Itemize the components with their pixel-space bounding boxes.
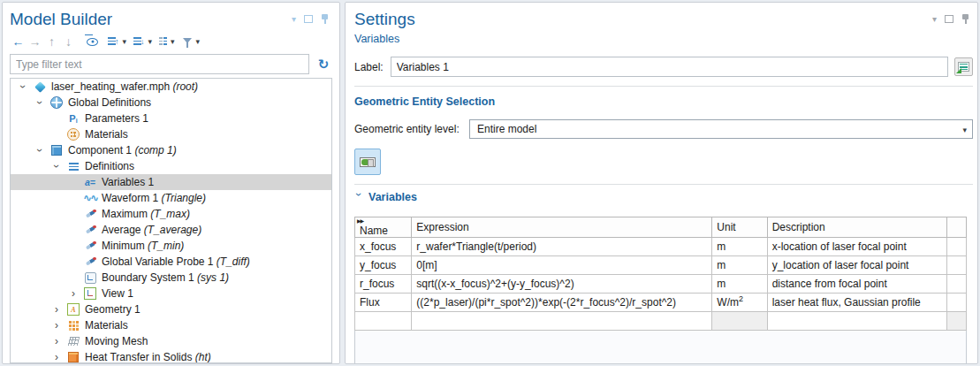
node-label-options-button[interactable]: ▾ (159, 33, 175, 50)
tree-item-definitions[interactable]: ›Definitions (11, 158, 331, 174)
tree-item-average[interactable]: Average (T_average) (11, 222, 331, 238)
cell-expression[interactable]: sqrt((x-x_focus)^2+(y-y_focus)^2) (412, 275, 712, 294)
tree-item-view-1[interactable]: ›View 1 (11, 286, 331, 301)
component-icon (49, 143, 64, 157)
cell-empty[interactable] (355, 312, 412, 331)
params-icon (66, 111, 80, 126)
cell-description[interactable]: y_location of laser focal point (767, 256, 946, 275)
tree-item-heat-transfer-in-solids[interactable]: ›Heat Transfer in Solids (ht) (11, 349, 331, 363)
variables-table: ▶▶NameExpressionUnitDescription x_focusr… (354, 217, 967, 331)
tree-item-suffix: (T_diff) (214, 255, 250, 268)
active-selection-toggle-button[interactable] (354, 149, 381, 175)
settings-title: Settings (354, 9, 415, 30)
cell-empty[interactable] (412, 312, 712, 331)
tree-item-parameters-1[interactable]: Parameters 1 (11, 111, 331, 126)
tree-item-materials[interactable]: ›Materials (11, 317, 331, 333)
collapse-all-button[interactable]: ↓ ▾ (133, 33, 152, 50)
go-back-icon[interactable]: ← (10, 33, 27, 50)
cell-expression[interactable]: 0[m] (412, 256, 712, 275)
float-panel-icon[interactable] (304, 15, 313, 23)
show-button[interactable] (84, 33, 101, 50)
pin-panel-icon[interactable] (961, 14, 969, 24)
probe-icon (83, 239, 97, 253)
move-down-icon[interactable]: ↓ (60, 33, 77, 50)
dropdown-caret-icon: ▾ (196, 37, 201, 46)
cell-unit[interactable]: W/m2 (712, 294, 767, 312)
collapse-chevron-icon[interactable]: › (49, 159, 64, 173)
tree-item-global-variable-probe-1[interactable]: Global Variable Probe 1 (T_diff) (11, 254, 331, 270)
moving-mesh-icon (66, 334, 80, 348)
globe-icon (49, 95, 64, 110)
cell-description[interactable]: x-location of laser focal point (767, 238, 946, 256)
collapse-chevron-icon[interactable]: › (33, 95, 47, 110)
move-up-icon[interactable]: ↑ (43, 33, 60, 50)
tree-item-global-definitions[interactable]: ›Global Definitions (11, 95, 331, 111)
cell-description[interactable]: laser heat flux, Gaussian profile (767, 294, 946, 312)
pin-panel-icon[interactable] (321, 14, 329, 24)
cell-description[interactable]: distance from focal point (767, 275, 946, 294)
show-equation-view-button[interactable] (954, 57, 973, 76)
collapse-chevron-icon[interactable]: › (16, 80, 30, 94)
column-header-expression: Expression (412, 217, 712, 238)
expand-chevron-icon[interactable]: › (49, 302, 64, 316)
settings-window-controls: ▾ (932, 14, 969, 24)
dropdown-caret-icon: ▾ (148, 37, 153, 46)
down-arrow-icon: ↓ (141, 37, 145, 46)
tree-item-laser-heating-wafer-mph[interactable]: ›laser_heating_wafer.mph (root) (11, 79, 331, 95)
tree-item-minimum[interactable]: Minimum (T_min) (11, 238, 331, 254)
tree-item-suffix: (T_min) (145, 240, 185, 252)
tree-item-moving-mesh[interactable]: ›Moving Mesh (11, 333, 331, 349)
tree-item-label: Boundary System 1 (sys 1) (102, 271, 229, 284)
geometric-entity-level-select[interactable]: Entire model ▾ (469, 119, 973, 139)
materials-comp-icon (66, 318, 80, 332)
model-builder-title: Model Builder (10, 9, 112, 30)
expand-chevron-icon[interactable]: › (49, 350, 64, 363)
label-field-row: Label: (354, 57, 973, 77)
tree-item-component-1[interactable]: ›Component 1 (comp 1) (11, 142, 331, 158)
cell-blank (946, 256, 966, 275)
label-input[interactable] (391, 57, 948, 77)
cell-name[interactable]: x_focus (355, 238, 412, 256)
tree-item-waveform-1[interactable]: Waveform 1 (Triangle) (11, 190, 331, 206)
tree-item-maximum[interactable]: Maximum (T_max) (11, 206, 331, 222)
model-builder-header: Model Builder ▾ (10, 9, 332, 30)
tree-item-boundary-system-1[interactable]: Boundary System 1 (sys 1) (11, 270, 331, 286)
settings-title-block: Settings Variables (354, 9, 415, 45)
expand-chevron-icon[interactable]: › (66, 286, 80, 301)
tree-item-variables-1[interactable]: Variables 1 (11, 174, 331, 190)
collapse-chevron-icon[interactable]: › (33, 143, 47, 157)
boundary-icon (83, 271, 97, 285)
tree-item-label: Definitions (85, 160, 134, 172)
tree-item-label: Global Definitions (68, 96, 151, 109)
column-header-blank (946, 217, 966, 238)
collapse-section-chevron-icon: › (353, 193, 365, 202)
dropdown-caret-icon: ▾ (171, 37, 175, 46)
cell-unit[interactable]: m (712, 238, 767, 256)
cell-unit[interactable]: m (712, 275, 767, 294)
cell-name[interactable]: Flux (355, 294, 412, 312)
filter-button[interactable]: ▾ (182, 33, 201, 50)
toggle-switch-icon (360, 157, 376, 167)
panel-menu-icon[interactable]: ▾ (292, 16, 296, 23)
cell-expression[interactable]: r_wafer*Triangle(t/period) (412, 238, 712, 256)
cell-expression[interactable]: ((2*p_laser)/(pi*r_spot^2))*exp(-(2*r_fo… (412, 294, 712, 312)
cell-name[interactable]: r_focus (355, 275, 412, 294)
root-icon (33, 80, 47, 94)
cell-name[interactable]: y_focus (355, 256, 412, 275)
refresh-icon[interactable]: ↻ (315, 57, 332, 72)
panel-menu-icon[interactable]: ▾ (932, 16, 937, 23)
cell-unit[interactable]: m (712, 256, 767, 275)
tree-item-geometry-1[interactable]: ›Geometry 1 (11, 301, 331, 317)
expand-all-button[interactable]: ↑ ▾ (108, 33, 126, 50)
tree-item-label: Geometry 1 (85, 303, 141, 316)
tree-item-materials[interactable]: Materials (11, 126, 331, 142)
float-panel-icon[interactable] (945, 15, 953, 23)
go-forward-icon[interactable]: → (27, 33, 43, 50)
tree-filter-row: ↻ (10, 54, 332, 74)
expand-chevron-icon[interactable]: › (49, 334, 64, 348)
tree-filter-input[interactable] (10, 54, 309, 74)
model-builder-panel: Model Builder ▾ ← → ↑ ↓ ↑ ▾ ↓ ▾ ▾ ▾ (2, 2, 340, 364)
variables-section-header[interactable]: › Variables (354, 191, 973, 203)
cell-empty[interactable] (767, 312, 946, 331)
expand-chevron-icon[interactable]: › (49, 318, 64, 332)
